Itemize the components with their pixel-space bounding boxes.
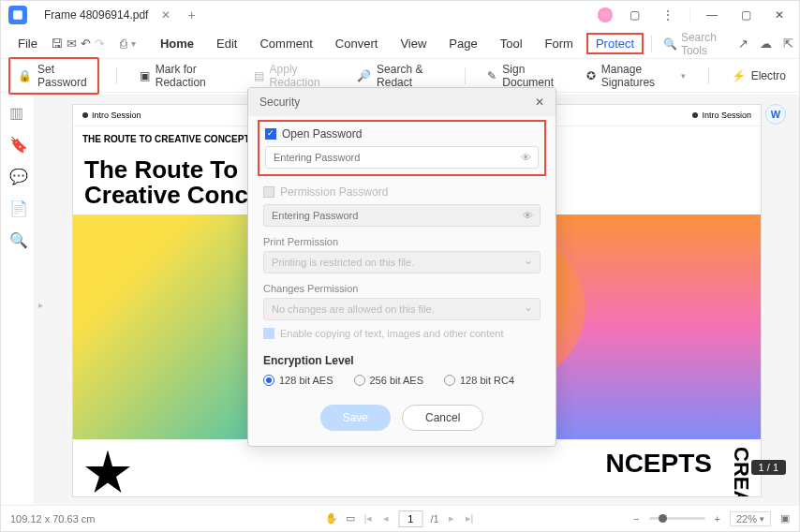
separator (465, 67, 466, 84)
cancel-button[interactable]: Cancel (402, 405, 483, 431)
permission-password-checkbox[interactable] (263, 186, 274, 198)
left-sidebar: ▥ 🔖 💬 📄 🔍 (1, 95, 35, 505)
hand-tool-icon[interactable]: ✋ (325, 512, 338, 525)
redact-icon: ▣ (140, 69, 150, 82)
menu-convert[interactable]: Convert (326, 33, 388, 54)
thumbnails-icon[interactable]: ▥ (9, 104, 26, 121)
signature-icon: ✪ (586, 69, 596, 82)
zoom-out-icon[interactable]: − (633, 513, 639, 525)
set-password-button[interactable]: 🔒 Set Password (8, 57, 99, 95)
apply-icon: ▤ (254, 69, 264, 82)
bookmark-icon[interactable]: 🔖 (9, 136, 26, 153)
permission-password-section: Permission Password 👁 Print Permission P… (263, 185, 541, 339)
manage-signatures-button[interactable]: ✪ Manage Signatures ▾ (581, 59, 691, 93)
concepts-text: NCEPTS (596, 439, 721, 497)
sign-icon: ✎ (487, 69, 496, 82)
permission-password-label[interactable]: Permission Password (263, 185, 541, 199)
titlebar: Frame 48096914.pdf ✕ + ▢ ⋮ — ▢ ✕ (1, 1, 799, 29)
prev-page-icon[interactable]: ◂ (381, 512, 391, 525)
menu-protect[interactable]: Protect (586, 33, 644, 54)
tab-close-icon[interactable]: ✕ (161, 8, 170, 22)
maximize-button[interactable]: ▢ (733, 3, 758, 27)
open-password-section: Open Password 👁 (258, 120, 546, 176)
lock-icon: 🔒 (18, 69, 32, 82)
enc-128rc4-radio[interactable] (444, 375, 455, 386)
dialog-title: Security (259, 96, 300, 109)
document-tab[interactable]: Frame 48096914.pdf ✕ (35, 5, 180, 25)
separator (689, 7, 690, 22)
encryption-options: 128 bit AES 256 bit AES 128 bit RC4 (263, 375, 541, 386)
zoom-in-icon[interactable]: + (715, 513, 720, 525)
menu-file[interactable]: File (8, 33, 47, 54)
changes-permission-select: No changes are allowed on this file. (263, 298, 541, 320)
electro-icon: ⚡ (732, 69, 746, 82)
close-button[interactable]: ✕ (767, 3, 792, 27)
word-float-icon[interactable]: W (765, 104, 786, 125)
page-dimensions: 109.12 x 70.63 cm (10, 513, 96, 525)
mark-redaction-button[interactable]: ▣ Mark for Redaction (134, 59, 235, 93)
page-number-input[interactable] (398, 510, 422, 527)
enc-256aes-option[interactable]: 256 bit AES (354, 375, 424, 386)
zoom-slider[interactable] (649, 517, 705, 520)
menu-edit[interactable]: Edit (207, 33, 246, 54)
expand-icon[interactable]: ⇱ (780, 35, 795, 53)
comment-icon[interactable]: 💬 (9, 168, 26, 185)
select-tool-icon[interactable]: ▭ (346, 512, 355, 525)
enc-128aes-radio[interactable] (263, 375, 274, 386)
electro-button[interactable]: ⚡ Electro (726, 66, 792, 86)
mail-icon[interactable]: ✉ (67, 35, 77, 53)
save-button[interactable]: Save (320, 405, 391, 431)
enc-128rc4-option[interactable]: 128 bit RC4 (444, 375, 514, 386)
account-avatar-icon[interactable] (598, 7, 613, 22)
dialog-close-button[interactable]: ✕ (535, 96, 544, 109)
next-page-icon[interactable]: ▸ (447, 512, 456, 525)
print-permission-select: Printing is restricted on this file. (263, 251, 541, 273)
new-tab-button[interactable]: + (187, 7, 195, 22)
open-password-label[interactable]: Open Password (265, 127, 539, 140)
collapse-left-icon[interactable]: ▸ (38, 300, 43, 310)
page-lower-row: NCEPTS CREATIVE (73, 439, 761, 497)
first-page-icon[interactable]: |◂ (363, 512, 375, 525)
menubar: File 🖫 ✉ ↶ ↷ ⎙ ▾ Home Edit Comment Conve… (1, 29, 799, 59)
minimize-button[interactable]: — (700, 3, 724, 27)
more-icon[interactable]: ⋮ (656, 3, 680, 27)
undo-icon[interactable]: ↶ (81, 35, 91, 53)
menu-page[interactable]: Page (439, 33, 486, 54)
tab-filename: Frame 48096914.pdf (44, 8, 148, 22)
enc-256aes-radio[interactable] (354, 375, 365, 386)
print-dropdown-icon[interactable]: ▾ (131, 38, 136, 49)
menu-home[interactable]: Home (151, 33, 203, 54)
open-password-checkbox[interactable] (265, 128, 276, 140)
chevron-down-icon: ▾ (681, 71, 686, 81)
cloud-icon[interactable]: ☁ (758, 35, 773, 53)
statusbar: 109.12 x 70.63 cm ✋ ▭ |◂ ◂ /1 ▸ ▸| − + 2… (1, 505, 799, 531)
page-counter-badge: 1 / 1 (751, 460, 786, 475)
zoom-level[interactable]: 22%▾ (730, 511, 771, 526)
search-panel-icon[interactable]: 🔍 (9, 231, 26, 248)
menu-tool[interactable]: Tool (491, 33, 532, 54)
menu-comment[interactable]: Comment (250, 33, 321, 54)
menu-form[interactable]: Form (536, 33, 583, 54)
page-total: /1 (430, 513, 438, 525)
eye-icon[interactable]: 👁 (521, 152, 531, 163)
search-redact-icon: 🔎 (357, 69, 371, 82)
search-icon: 🔍 (663, 37, 677, 51)
menu-view[interactable]: View (391, 33, 436, 54)
gift-icon[interactable]: ▢ (622, 3, 646, 27)
share-icon[interactable]: ↗ (736, 35, 751, 53)
separator (708, 67, 709, 84)
print-icon[interactable]: ⎙ (120, 35, 127, 53)
dialog-header[interactable]: Security ✕ (248, 88, 556, 116)
permission-password-input (263, 204, 541, 227)
security-dialog: Security ✕ Open Password 👁 Permission Pa… (247, 87, 556, 447)
redo-icon[interactable]: ↷ (95, 35, 105, 53)
search-tools[interactable]: 🔍 Search Tools (663, 31, 729, 57)
attachment-icon[interactable]: 📄 (9, 200, 26, 216)
open-password-input[interactable] (265, 146, 539, 169)
save-icon[interactable]: 🖫 (51, 35, 63, 53)
fit-page-icon[interactable]: ▣ (780, 512, 790, 525)
print-permission-label: Print Permission (263, 236, 541, 247)
last-page-icon[interactable]: ▸| (464, 512, 476, 525)
enc-128aes-option[interactable]: 128 bit AES (263, 375, 333, 386)
svg-rect-0 (13, 10, 22, 20)
